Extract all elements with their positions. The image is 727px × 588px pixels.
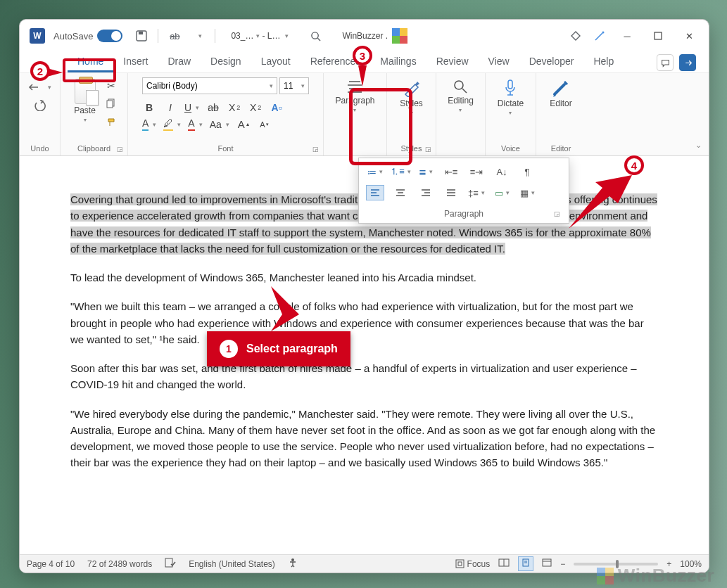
comments-button[interactable] bbox=[657, 54, 674, 71]
cut-icon[interactable]: ✂ bbox=[104, 80, 118, 91]
styles-button[interactable]: Styles ▾ bbox=[396, 77, 427, 117]
tab-help[interactable]: Help bbox=[583, 51, 624, 72]
editor-button[interactable]: Editor bbox=[545, 77, 576, 110]
account-name[interactable]: WinBuzzer . bbox=[342, 31, 388, 41]
tab-draw[interactable]: Draw bbox=[158, 51, 201, 72]
highlight-button[interactable]: 🖊▾ bbox=[163, 117, 181, 131]
autosave-toggle[interactable] bbox=[97, 30, 122, 42]
zoom-level[interactable]: 100% bbox=[680, 559, 702, 569]
file-name-short[interactable]: 03_… bbox=[231, 31, 253, 41]
align-center-button[interactable] bbox=[391, 185, 410, 200]
diamond-icon[interactable] bbox=[566, 26, 586, 46]
dictate-button[interactable]: Dictate ▾ bbox=[493, 77, 528, 117]
saved-caret-icon[interactable]: ▾ bbox=[285, 32, 289, 39]
minimize-button[interactable]: ─ bbox=[612, 20, 643, 51]
styles-icon bbox=[403, 79, 421, 97]
status-bar: Page 4 of 10 72 of 2489 words English (U… bbox=[20, 554, 709, 573]
spellcheck-icon[interactable] bbox=[165, 558, 176, 570]
italic-button[interactable]: I bbox=[163, 102, 177, 113]
status-page[interactable]: Page 4 of 10 bbox=[27, 559, 75, 569]
status-language[interactable]: English (United States) bbox=[189, 559, 275, 569]
web-layout-icon[interactable] bbox=[542, 558, 552, 569]
bold-button[interactable]: B bbox=[142, 102, 156, 113]
paragraph[interactable]: "When we built this team – we arranged a… bbox=[70, 298, 658, 347]
increase-indent-button[interactable]: ≡⇥ bbox=[467, 164, 486, 179]
font-color-button[interactable]: A▾ bbox=[188, 117, 202, 131]
paragraph-group-button[interactable]: Paragraph ▾ bbox=[331, 77, 379, 115]
status-words[interactable]: 72 of 2489 words bbox=[87, 559, 152, 569]
align-right-button[interactable] bbox=[417, 185, 435, 200]
user-logo-icon[interactable] bbox=[390, 26, 410, 46]
wand-icon[interactable] bbox=[590, 26, 609, 46]
print-layout-icon[interactable] bbox=[518, 556, 533, 571]
grow-font-button[interactable]: A▴ bbox=[236, 118, 251, 130]
editing-button[interactable]: Editing ▾ bbox=[443, 77, 478, 115]
font-fill-button[interactable]: A▾ bbox=[142, 117, 156, 131]
align-left-button[interactable] bbox=[366, 185, 384, 200]
subscript-button[interactable]: X2 bbox=[227, 102, 241, 113]
line-spacing-button[interactable]: ‡≡▾ bbox=[467, 185, 486, 200]
font-dialog-launcher-icon[interactable]: ◲ bbox=[310, 144, 320, 154]
strikethrough-qat-icon[interactable]: ab bbox=[165, 26, 184, 46]
strikethrough-button[interactable]: ab bbox=[206, 102, 220, 113]
change-case-button[interactable]: Aa▾ bbox=[210, 119, 229, 130]
paste-button[interactable]: Paste ▾ bbox=[70, 77, 100, 124]
font-group-label: Font◲ bbox=[134, 144, 317, 154]
superscript-button[interactable]: X2 bbox=[248, 102, 263, 113]
svg-point-4 bbox=[602, 32, 605, 34]
qat-overflow-icon[interactable]: ▾ bbox=[189, 26, 208, 46]
close-button[interactable]: ✕ bbox=[674, 20, 704, 51]
zoom-in-button[interactable]: + bbox=[666, 559, 671, 569]
font-size-combo[interactable]: 11▾ bbox=[279, 77, 309, 94]
tab-layout[interactable]: Layout bbox=[251, 51, 301, 72]
show-marks-button[interactable]: ¶ bbox=[518, 164, 536, 179]
redo-button[interactable] bbox=[33, 100, 47, 111]
zoom-slider[interactable] bbox=[574, 563, 658, 565]
focus-mode-button[interactable]: Focus bbox=[455, 559, 490, 569]
sort-button[interactable]: A↓ bbox=[493, 164, 511, 179]
zoom-out-button[interactable]: − bbox=[560, 559, 565, 569]
font-name-combo[interactable]: Calibri (Body)▾ bbox=[142, 77, 277, 94]
shrink-font-button[interactable]: A▾ bbox=[258, 120, 272, 129]
undo-button[interactable]: ▾ bbox=[28, 82, 51, 93]
clipboard-dialog-launcher-icon[interactable]: ◲ bbox=[115, 144, 125, 154]
maximize-button[interactable] bbox=[643, 20, 674, 51]
voice-group-label: Voice bbox=[491, 144, 530, 154]
tab-mailings[interactable]: Mailings bbox=[370, 51, 426, 72]
collapse-ribbon-icon[interactable]: ⌄ bbox=[695, 141, 702, 150]
paragraph-dialog-launcher-icon[interactable]: ◲ bbox=[554, 210, 560, 217]
search-icon[interactable] bbox=[305, 26, 325, 46]
decrease-indent-button[interactable]: ⇤≡ bbox=[442, 164, 460, 179]
shading-button[interactable]: ▭▾ bbox=[493, 185, 511, 200]
copy-icon[interactable] bbox=[104, 98, 118, 110]
paragraph[interactable]: "We hired everybody else during the pand… bbox=[70, 406, 658, 471]
underline-button[interactable]: U▾ bbox=[184, 102, 199, 113]
tab-design[interactable]: Design bbox=[201, 51, 251, 72]
annotation-number-3: 3 bbox=[353, 46, 372, 65]
tab-home[interactable]: Home bbox=[68, 51, 113, 72]
ribbon: ▾ Undo Paste ▾ ✂ bbox=[20, 73, 709, 156]
format-painter-icon[interactable] bbox=[104, 117, 118, 129]
paragraph[interactable]: Soon after this bar was set, and the fir… bbox=[70, 360, 658, 393]
paragraph-group-spacer bbox=[329, 144, 381, 154]
bullets-button[interactable]: ≔▾ bbox=[366, 164, 384, 179]
share-button[interactable] bbox=[679, 54, 696, 71]
tab-insert[interactable]: Insert bbox=[113, 51, 158, 72]
multilevel-list-button[interactable]: ≣▾ bbox=[417, 164, 435, 179]
save-icon[interactable] bbox=[132, 26, 151, 46]
tab-developer[interactable]: Developer bbox=[519, 51, 584, 72]
tab-review[interactable]: Review bbox=[426, 51, 479, 72]
numbering-button[interactable]: ⒈≡▾ bbox=[391, 164, 410, 179]
read-mode-icon[interactable] bbox=[498, 558, 510, 569]
editing-group-spacer bbox=[442, 144, 479, 154]
text-effects-button[interactable]: A▫ bbox=[270, 102, 284, 113]
justify-button[interactable] bbox=[442, 185, 460, 200]
borders-button[interactable]: ▦▾ bbox=[518, 185, 536, 200]
qat-separator bbox=[215, 29, 215, 43]
accessibility-icon[interactable] bbox=[288, 558, 298, 570]
styles-dialog-launcher-icon[interactable]: ◲ bbox=[423, 144, 433, 154]
svg-point-28 bbox=[291, 558, 294, 561]
tab-view[interactable]: View bbox=[479, 51, 519, 72]
paragraph[interactable]: To lead the development of Windows 365, … bbox=[70, 269, 658, 286]
filename-caret-icon[interactable]: ▾ bbox=[256, 32, 260, 39]
